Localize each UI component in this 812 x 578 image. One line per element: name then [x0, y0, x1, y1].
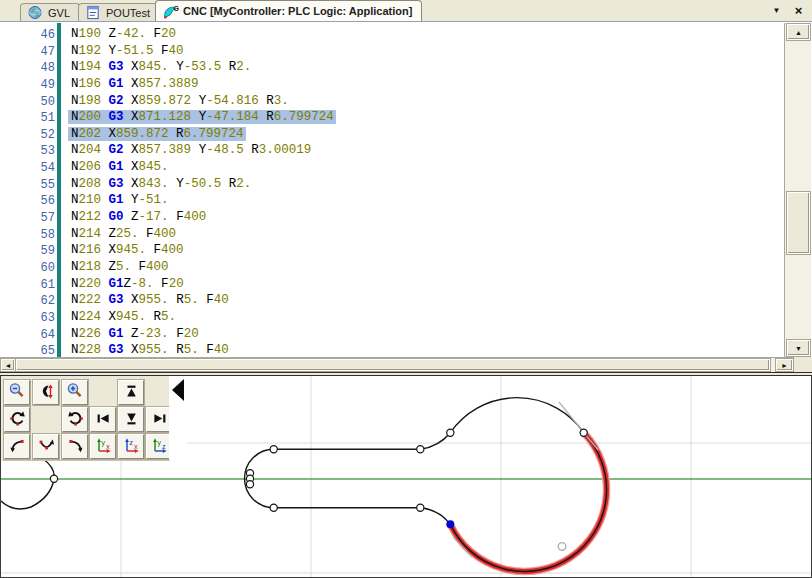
horizontal-scrollbar[interactable]: ◄ ► [0, 357, 812, 372]
path-node [580, 429, 587, 436]
line-number: 52 [0, 128, 55, 142]
path-node [417, 504, 424, 511]
code-line[interactable]: 53N204 G2 X857.389 Y-48.5 R3.00019 [0, 143, 784, 160]
line-number: 54 [0, 161, 55, 175]
close-icon[interactable]: × [791, 3, 806, 18]
fit-view-button[interactable] [33, 380, 59, 405]
zoom-in-button[interactable] [62, 380, 88, 405]
path-node [447, 429, 454, 436]
vertical-scrollbar[interactable]: ▲ ▼ [784, 23, 811, 357]
rotate-right-button[interactable] [62, 407, 88, 432]
scroll-right-icon[interactable]: ► [776, 359, 793, 371]
code-line[interactable]: 54N206 G1 X845. [0, 160, 784, 177]
code-line[interactable]: 61N220 G1Z-8. F20 [0, 277, 784, 294]
collapse-toolbar-icon[interactable] [172, 379, 184, 401]
selection-highlight: N202 X859.872 R6.799724 [68, 127, 246, 141]
cnc-code-editor[interactable]: 46N190 Z-42. F2047N192 Y-51.5 F4048N194 … [0, 23, 784, 357]
svg-text:z: z [129, 438, 133, 447]
code-line[interactable]: 52N202 X859.872 R6.799724 [0, 127, 784, 144]
code-line[interactable]: 63N224 X945. R5. [0, 310, 784, 327]
tab-list-dropdown-icon[interactable]: ▼ [769, 3, 784, 18]
move-left-icon [95, 410, 112, 430]
rotate-left-icon [9, 410, 26, 430]
codesys-window: GVL POUTest G CNC [MyControl [0, 0, 812, 578]
line-number: 47 [0, 45, 55, 59]
tab-gvl[interactable]: GVL [20, 3, 80, 21]
toolpath-segment [420, 433, 450, 450]
tab-label: GVL [48, 7, 70, 19]
move-down-button[interactable] [118, 407, 144, 432]
path-node [270, 446, 277, 453]
path-node [50, 475, 57, 482]
cnc-path-viewer[interactable]: yxzxyz [0, 376, 812, 578]
editor-margin-bar [57, 23, 61, 357]
horizontal-scroll-thumb[interactable] [16, 359, 770, 371]
toolpath-segment [420, 508, 450, 525]
svg-text:y: y [157, 438, 161, 447]
view-zx-plane-button[interactable]: zx [118, 434, 144, 459]
code-line[interactable]: 58N214 Z25. F400 [0, 227, 784, 244]
code-text: N192 Y-51.5 F40 [71, 44, 184, 58]
cnc-icon: G [162, 4, 179, 19]
code-line[interactable]: 64N226 G1 Z-23. F20 [0, 327, 784, 344]
line-number: 55 [0, 178, 55, 192]
line-number: 57 [0, 211, 55, 225]
arc-direction-button[interactable] [33, 434, 59, 459]
arc-start-point-button[interactable] [4, 434, 30, 459]
move-up-button[interactable] [118, 380, 144, 405]
code-lines: 46N190 Z-42. F2047N192 Y-51.5 F4048N194 … [0, 27, 784, 357]
scroll-left-icon[interactable]: ◄ [1, 359, 15, 371]
code-line[interactable]: 62N222 G3 X955. R5. F40 [0, 293, 784, 310]
line-number: 58 [0, 228, 55, 242]
viewer-toolbar: yxzxyz [1, 376, 169, 460]
code-line[interactable]: 59N216 X945. F400 [0, 243, 784, 260]
code-line[interactable]: 47N192 Y-51.5 F40 [0, 44, 784, 61]
rotate-left-button[interactable] [4, 407, 30, 432]
document-tabbar: GVL POUTest G CNC [MyControl [0, 0, 812, 22]
code-text: N194 G3 X845. Y-53.5 R2. [71, 60, 251, 74]
svg-text:z: z [162, 442, 166, 451]
code-line[interactable]: 49N196 G1 X857.3889 [0, 77, 784, 94]
line-number: 48 [0, 61, 55, 75]
view-yx-plane-icon: yx [95, 437, 112, 457]
line-number: 46 [0, 28, 55, 42]
code-text: N196 G1 X857.3889 [71, 77, 199, 91]
scrollbar-corner [794, 357, 812, 372]
code-text: N216 X945. F400 [71, 243, 184, 257]
view-zx-plane-icon: zx [123, 437, 140, 457]
tab-cnc[interactable]: G CNC [MyController: PLC Logic: Applicat… [155, 0, 422, 21]
line-number: 53 [0, 144, 55, 158]
code-text: N206 G1 X845. [71, 160, 169, 174]
code-line[interactable]: 55N208 G3 X843. Y-50.5 R2. [0, 177, 784, 194]
line-number: 51 [0, 111, 55, 125]
code-line[interactable]: 50N198 G2 X859.872 Y-54.816 R3. [0, 94, 784, 111]
move-left-button[interactable] [90, 407, 116, 432]
svg-text:x: x [106, 442, 110, 451]
code-text: N190 Z-42. F20 [71, 27, 176, 41]
code-line[interactable]: 60N218 Z5. F400 [0, 260, 784, 277]
svg-text:x: x [134, 442, 138, 451]
arc-end-point-button[interactable] [62, 434, 88, 459]
path-node [246, 481, 253, 488]
code-line[interactable]: 51N200 G3 X871.128 Y-47.184 R6.799724 [0, 110, 784, 127]
code-text: N218 Z5. F400 [71, 260, 169, 274]
view-yx-plane-button[interactable]: yx [90, 434, 116, 459]
code-line[interactable]: 65N228 G3 X955. R5. F40 [0, 343, 784, 357]
move-down-icon [123, 410, 140, 430]
code-line[interactable]: 57N212 G0 Z-17. F400 [0, 210, 784, 227]
svg-text:G: G [174, 4, 180, 11]
code-line[interactable]: 46N190 Z-42. F20 [0, 27, 784, 44]
line-number: 60 [0, 261, 55, 275]
code-line[interactable]: 56N210 G1 Y-51. [0, 193, 784, 210]
zoom-out-button[interactable] [4, 380, 30, 405]
pou-icon [85, 5, 102, 20]
toolpath-segment [450, 398, 583, 433]
tab-poutest[interactable]: POUTest [78, 3, 160, 21]
scroll-up-icon[interactable]: ▲ [787, 24, 810, 40]
code-line[interactable]: 48N194 G3 X845. Y-53.5 R2. [0, 60, 784, 77]
tab-label: CNC [MyController: PLC Logic: Applicatio… [183, 5, 412, 17]
scroll-down-icon[interactable]: ▼ [787, 340, 810, 356]
current-position-dot [446, 520, 454, 528]
vertical-scroll-thumb[interactable] [787, 192, 810, 254]
toolpath-segment [1, 458, 54, 509]
